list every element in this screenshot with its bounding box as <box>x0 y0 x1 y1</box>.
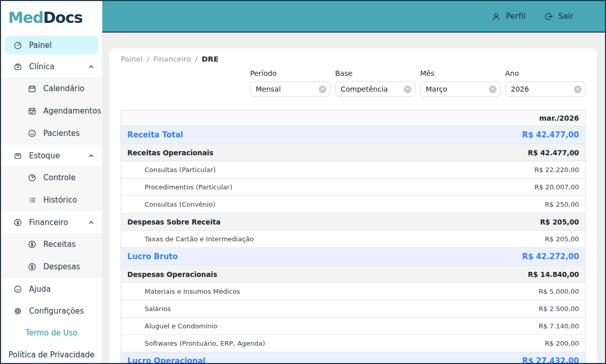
row-value: R$ 7.140,00 <box>539 322 579 330</box>
calendar-check-icon <box>27 106 37 116</box>
row-label: Aluguel e Condomínio <box>127 322 217 330</box>
row-value: R$ 205,00 <box>545 235 579 243</box>
dre-table: mar./2026 Receita TotalR$ 42.477,00Recei… <box>121 110 586 363</box>
dre-card: Painel/Financeiro/DRE PeríodoMensal✕Base… <box>109 48 597 363</box>
row-label: Consultas (Convênio) <box>127 201 215 208</box>
app-logo: MedDocs <box>1 1 102 34</box>
sidebar-item-configuracoes[interactable]: Configurações <box>1 300 102 322</box>
sidebar-item-politica-de-privacidade[interactable]: Política de Privacidade <box>1 344 102 363</box>
svg-text:$: $ <box>31 242 33 247</box>
table-row: Materiais e Insumos MédicosR$ 5.000,00 <box>121 283 585 300</box>
list-icon <box>27 195 37 205</box>
clear-circle-icon[interactable]: ✕ <box>574 86 582 93</box>
breadcrumb-current: DRE <box>202 55 218 63</box>
row-label: Receita Total <box>127 130 183 139</box>
sidebar-nav: PainelClínicaCalendárioAgendamentosPacie… <box>1 36 102 363</box>
table-row: Lucro BrutoR$ 42.272,00 <box>121 248 585 266</box>
row-label: Salários <box>127 305 171 313</box>
table-row: Aluguel e CondomínioR$ 7.140,00 <box>121 318 585 335</box>
sidebar-item-agendamentos[interactable]: Agendamentos <box>1 100 102 122</box>
sair-button[interactable]: Sair <box>544 12 573 21</box>
gauge-icon <box>13 41 22 50</box>
filter-select-periodo[interactable]: Mensal✕ <box>250 81 330 97</box>
table-row: Taxas de Cartão e IntermediaçãoR$ 205,00 <box>121 231 585 248</box>
table-row: Procedimentos (Particular)R$ 20.007,00 <box>121 179 585 196</box>
row-value: R$ 20.007,00 <box>534 183 579 191</box>
filter-value: Competência <box>341 85 388 93</box>
user-icon <box>491 12 501 21</box>
row-label: Despesas Sobre Receita <box>127 218 221 226</box>
row-value: R$ 2.500,00 <box>539 305 579 313</box>
sidebar-item-painel[interactable]: Painel <box>5 36 98 54</box>
filter-select-ano[interactable]: 2026✕ <box>505 81 586 97</box>
row-label: Materiais e Insumos Médicos <box>127 288 240 295</box>
chevron-up-icon <box>88 219 95 226</box>
svg-text:$: $ <box>16 220 19 225</box>
filter-label: Mês <box>420 69 501 78</box>
sidebar-item-termo-de-uso[interactable]: Termo de Uso <box>1 322 102 344</box>
table-period-header-row: mar./2026 <box>121 110 585 126</box>
row-value: R$ 27.432,00 <box>522 356 579 363</box>
period-header: mar./2026 <box>539 114 579 122</box>
row-value: R$ 250,00 <box>545 201 579 208</box>
table-row: Receitas OperacionaisR$ 42.477,00 <box>121 144 585 161</box>
row-label: Lucro Operacional <box>127 356 206 363</box>
breadcrumb-separator: / <box>147 55 149 63</box>
smiley-icon <box>27 129 37 138</box>
breadcrumb-link[interactable]: Financeiro <box>153 55 191 63</box>
table-row: Consultas (Convênio)R$ 250,00 <box>121 196 585 213</box>
clear-circle-icon[interactable]: ✕ <box>489 86 497 93</box>
row-value: R$ 205,00 <box>540 218 579 226</box>
table-row: SaláriosR$ 2.500,00 <box>121 300 585 318</box>
table-row: Softwares (Prontuário, ERP, Agenda)R$ 20… <box>121 335 585 352</box>
sidebar-item-ajuda[interactable]: Ajuda <box>1 278 102 300</box>
filter-label: Base <box>335 69 416 78</box>
filter-label: Período <box>250 69 330 78</box>
clear-circle-icon[interactable]: ✕ <box>404 86 411 93</box>
sidebar-item-historico[interactable]: Histórico <box>1 189 102 211</box>
bag-icon <box>13 151 22 160</box>
table-row: Despesas Sobre ReceitaR$ 205,00 <box>121 213 585 231</box>
content-area: Painel/Financeiro/DRE PeríodoMensal✕Base… <box>102 33 605 363</box>
sidebar-item-pacientes[interactable]: Pacientes <box>1 122 102 145</box>
sidebar-item-estoque[interactable]: Estoque <box>1 145 102 166</box>
chevron-up-icon <box>88 152 95 159</box>
sidebar-item-controle[interactable]: Controle <box>1 166 102 189</box>
help-circle-icon <box>13 285 22 294</box>
logo-part-docs: Docs <box>43 9 82 26</box>
filter-label: Ano <box>505 69 586 78</box>
row-label: Taxas de Cartão e Intermediação <box>127 235 254 243</box>
sidebar-item-receitas[interactable]: $Receitas <box>1 233 102 256</box>
calendar-icon <box>27 84 37 93</box>
row-value: R$ 22.220,00 <box>534 166 579 174</box>
filter-mes: MêsMarço✕ <box>420 69 501 97</box>
row-label: Softwares (Prontuário, ERP, Agenda) <box>127 340 265 347</box>
breadcrumb: Painel/Financeiro/DRE <box>121 55 586 63</box>
topbar: PerfilSair <box>102 1 605 33</box>
sidebar-item-financeiro[interactable]: $Financeiro <box>1 211 102 233</box>
medical-bag-icon <box>13 62 22 71</box>
filter-select-mes[interactable]: Março✕ <box>420 81 501 97</box>
sidebar-item-despesas[interactable]: $Despesas <box>1 256 102 278</box>
dollar-circle-icon: $ <box>13 218 22 227</box>
row-label: Procedimentos (Particular) <box>127 183 232 191</box>
filter-select-base[interactable]: Competência✕ <box>335 81 416 97</box>
breadcrumb-link[interactable]: Painel <box>121 55 143 63</box>
filter-base: BaseCompetência✕ <box>335 69 416 97</box>
table-body: Receita TotalR$ 42.477,00Receitas Operac… <box>121 126 585 363</box>
svg-text:$: $ <box>31 264 33 269</box>
dollar-circle-icon: $ <box>27 262 37 271</box>
clear-circle-icon[interactable]: ✕ <box>319 86 326 93</box>
filter-value: 2026 <box>511 85 529 93</box>
row-value: R$ 42.477,00 <box>528 149 580 157</box>
sidebar: MedDocs PainelClínicaCalendárioAgendamen… <box>1 1 102 363</box>
perfil-button[interactable]: Perfil <box>491 12 526 21</box>
table-row: Receita TotalR$ 42.477,00 <box>121 126 585 144</box>
row-value: R$ 200,00 <box>545 340 579 347</box>
sidebar-item-calendario[interactable]: Calendário <box>1 77 102 100</box>
row-value: R$ 42.272,00 <box>522 252 579 261</box>
row-value: R$ 14.840,00 <box>528 270 580 278</box>
sidebar-item-clinica[interactable]: Clínica <box>1 55 102 77</box>
chevron-up-icon <box>88 63 95 70</box>
row-label: Despesas Operacionais <box>127 270 217 278</box>
